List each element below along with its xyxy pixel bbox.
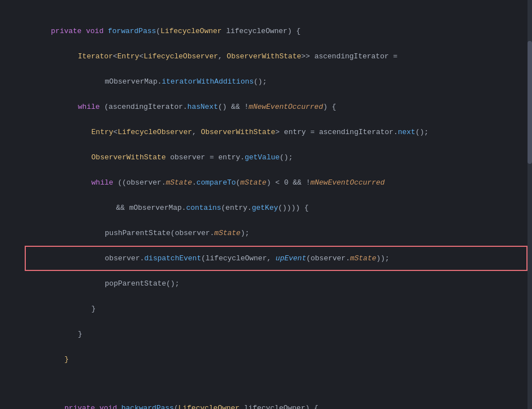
code-line-1: private void forwardPass(LifecycleOwner … xyxy=(0,10,532,44)
code-line-8: && mObserverMap.contains(entry.getKey())… xyxy=(0,195,532,220)
code-line-6: ObserverWithState observer = entry.getVa… xyxy=(0,145,532,170)
code-line-empty2 xyxy=(0,384,532,396)
code-line-13: } xyxy=(0,321,532,347)
code-line-9: pushParentState(observer.mState); xyxy=(0,220,532,246)
code-line-4: while (ascendingIterator.hasNext() && !m… xyxy=(0,94,532,120)
code-line-14: } xyxy=(0,347,532,372)
code-line-5: Entry<LifecycleObserver, ObserverWithSta… xyxy=(0,120,532,145)
code-line-empty1 xyxy=(0,372,532,384)
scrollbar-thumb[interactable] xyxy=(528,41,532,164)
code-line-11: popParentState(); xyxy=(0,271,532,296)
code-line-15: private void backwardPass(LifecycleOwner… xyxy=(0,396,532,409)
code-line-12: } xyxy=(0,296,532,321)
scrollbar-vertical[interactable] xyxy=(528,0,532,409)
code-line-2: Iterator<Entry<LifecycleObserver, Observ… xyxy=(0,44,532,69)
code-line-10-highlighted: observer.dispatchEvent(lifecycleOwner, u… xyxy=(0,246,532,271)
code-editor: private void forwardPass(LifecycleOwner … xyxy=(0,0,532,409)
code-line-7: while ((observer.mState.compareTo(mState… xyxy=(0,170,532,195)
code-line-3: mObserverMap.iteratorWithAdditions(); xyxy=(0,69,532,94)
